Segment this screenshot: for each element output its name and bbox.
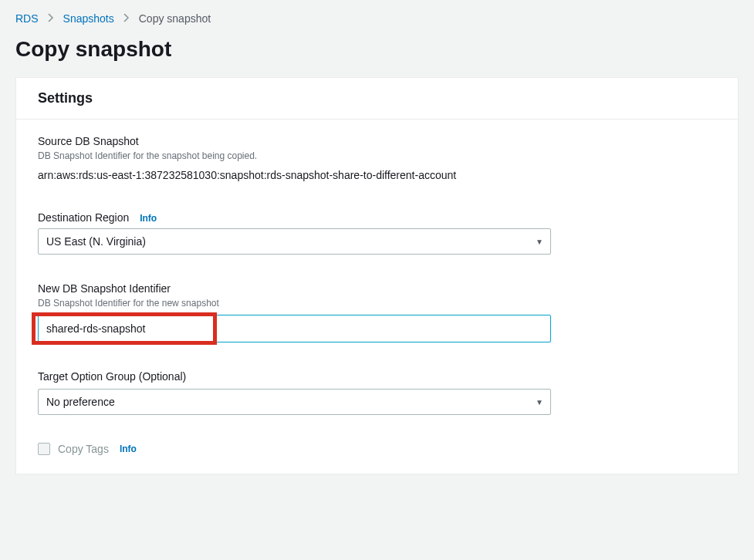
panel-header: Settings bbox=[16, 78, 738, 120]
source-desc: DB Snapshot Identifier for the snapshot … bbox=[38, 150, 716, 161]
dest-region-info-link[interactable]: Info bbox=[140, 213, 157, 224]
copy-tags-checkbox[interactable] bbox=[38, 443, 50, 455]
destination-region-field: Destination Region Info US East (N. Virg… bbox=[38, 211, 716, 255]
page-title: Copy snapshot bbox=[0, 31, 754, 77]
option-group-select[interactable]: No preference bbox=[38, 389, 551, 415]
copy-tags-label: Copy Tags bbox=[58, 443, 109, 455]
new-snapshot-identifier-input[interactable] bbox=[38, 315, 551, 342]
new-id-label: New DB Snapshot Identifier bbox=[38, 282, 716, 295]
source-value: arn:aws:rds:us-east-1:387232581030:snaps… bbox=[38, 167, 547, 184]
panel-title: Settings bbox=[38, 90, 716, 106]
breadcrumb-rds[interactable]: RDS bbox=[15, 12, 39, 25]
settings-panel: Settings Source DB Snapshot DB Snapshot … bbox=[15, 77, 739, 474]
new-id-desc: DB Snapshot Identifier for the new snaps… bbox=[38, 298, 716, 309]
copy-tags-field: Copy Tags Info bbox=[38, 443, 716, 455]
source-label: Source DB Snapshot bbox=[38, 135, 716, 147]
source-snapshot-field: Source DB Snapshot DB Snapshot Identifie… bbox=[38, 135, 716, 184]
destination-region-select[interactable]: US East (N. Virginia) bbox=[38, 228, 551, 255]
copy-tags-info-link[interactable]: Info bbox=[120, 444, 137, 454]
dest-region-label: Destination Region Info bbox=[38, 211, 716, 224]
chevron-right-icon bbox=[48, 13, 54, 25]
new-identifier-field: New DB Snapshot Identifier DB Snapshot I… bbox=[38, 282, 716, 342]
breadcrumb-snapshots[interactable]: Snapshots bbox=[63, 12, 114, 25]
option-group-label: Target Option Group (Optional) bbox=[38, 370, 716, 383]
dest-region-label-text: Destination Region bbox=[38, 211, 129, 224]
dest-region-value: US East (N. Virginia) bbox=[46, 235, 146, 248]
breadcrumb: RDS Snapshots Copy snapshot bbox=[0, 0, 754, 31]
option-group-value: No preference bbox=[46, 396, 115, 408]
chevron-right-icon bbox=[123, 13, 130, 25]
option-group-field: Target Option Group (Optional) No prefer… bbox=[38, 370, 716, 415]
breadcrumb-current: Copy snapshot bbox=[139, 12, 211, 25]
